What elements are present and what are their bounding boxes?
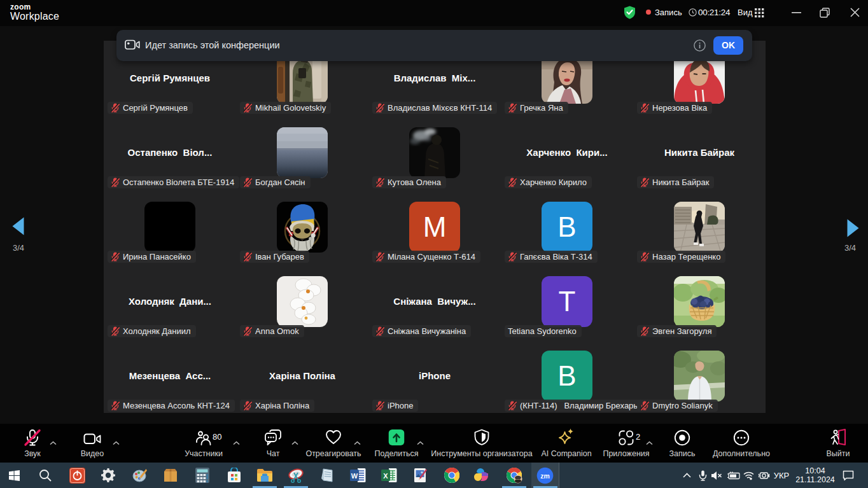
svg-text:W: W [351, 472, 358, 480]
svg-text:zm: zm [540, 472, 550, 480]
svg-text:X: X [383, 472, 388, 480]
